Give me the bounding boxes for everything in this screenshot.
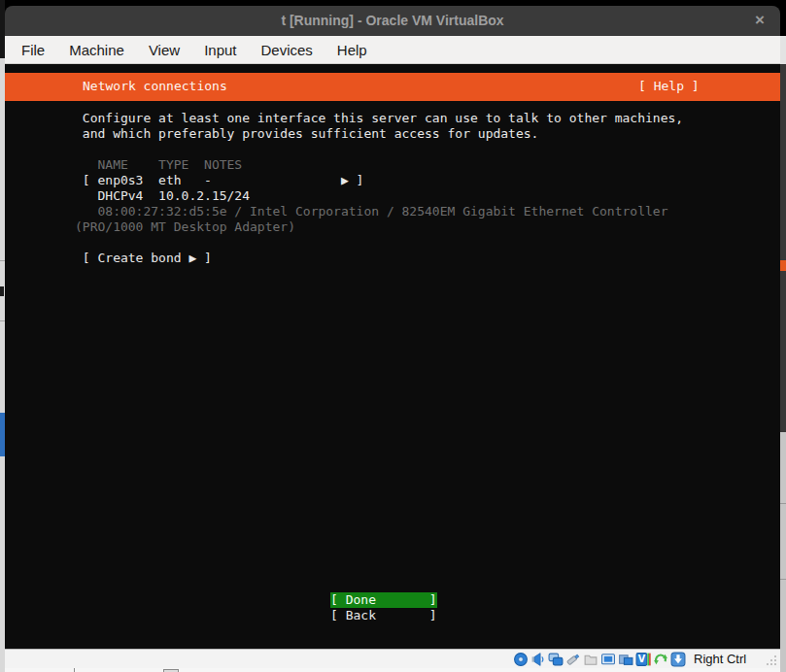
background-pane [780, 36, 786, 64]
statusbar-icons: V [513, 652, 686, 667]
divider [74, 668, 75, 672]
divider [780, 579, 786, 580]
menu-item-help[interactable]: Help [337, 42, 367, 58]
background-pane [780, 64, 786, 432]
back-button[interactable]: [ Back ] [330, 608, 437, 623]
mouse-integration-icon[interactable] [653, 652, 668, 667]
background-window-right-sliver [780, 0, 786, 672]
nic-mac-info: 08:00:27:32:d5:5e / Intel Corporation / … [75, 204, 667, 219]
menu-item-devices[interactable]: Devices [261, 42, 313, 58]
display-icon[interactable] [600, 652, 616, 667]
shared-folders-icon[interactable] [583, 652, 598, 667]
divider [780, 503, 786, 504]
nic-row-enp0s3[interactable]: [ enp0s3 eth - ▶ ] [75, 173, 363, 188]
background-pane [780, 432, 786, 672]
svg-text:V: V [638, 654, 646, 664]
audio-icon[interactable] [530, 652, 546, 667]
menu-item-input[interactable]: Input [204, 42, 236, 58]
help-button[interactable]: [ Help ] [638, 79, 700, 94]
vm-console: Network connections [ Help ] Configure a… [5, 64, 780, 649]
titlebar[interactable]: t [Running] - Oracle VM VirtualBox × [5, 6, 780, 36]
installer-header-bar: Network connections [ Help ] [5, 73, 780, 101]
virtualbox-vm-window: t [Running] - Oracle VM VirtualBox × Fil… [5, 6, 780, 668]
host-key-label: Right Ctrl [694, 652, 746, 666]
clipped-list-item [0, 286, 4, 296]
close-icon[interactable]: × [755, 6, 765, 35]
keyboard-capture-icon[interactable] [670, 652, 686, 667]
usb-icon[interactable] [565, 652, 581, 667]
menu-item-file[interactable]: File [21, 42, 45, 58]
desktop-screenshot: t [Running] - Oracle VM VirtualBox × Fil… [0, 0, 786, 672]
done-button[interactable]: [ Done ] [330, 592, 437, 608]
menu-item-machine[interactable]: Machine [69, 42, 124, 58]
nic-table-header: NAME TYPE NOTES [75, 157, 242, 173]
network-icon[interactable] [548, 652, 564, 667]
recording-icon[interactable] [618, 652, 633, 667]
menu-item-view[interactable]: View [149, 42, 180, 58]
features-icon[interactable]: V [635, 652, 651, 667]
nic-adapter-info: (PRO/1000 MT Desktop Adapter) [75, 219, 295, 235]
nic-dhcp-address: DHCPv4 10.0.2.15/24 [75, 188, 250, 204]
intro-text: Configure at least one interface this se… [75, 111, 683, 142]
window-title: t [Running] - Oracle VM VirtualBox [5, 6, 780, 36]
resize-grip[interactable] [765, 654, 777, 666]
create-bond-button[interactable]: [ Create bond ▶ ] [75, 251, 212, 266]
menubar: File Machine View Input Devices Help [5, 36, 780, 64]
optical-drives-icon[interactable] [513, 652, 529, 667]
page-title: Network connections [83, 79, 227, 94]
background-accent [780, 260, 786, 271]
background-window-bottom-peek: Network [5, 668, 780, 672]
vm-statusbar: V Right Ctrl [5, 649, 780, 668]
